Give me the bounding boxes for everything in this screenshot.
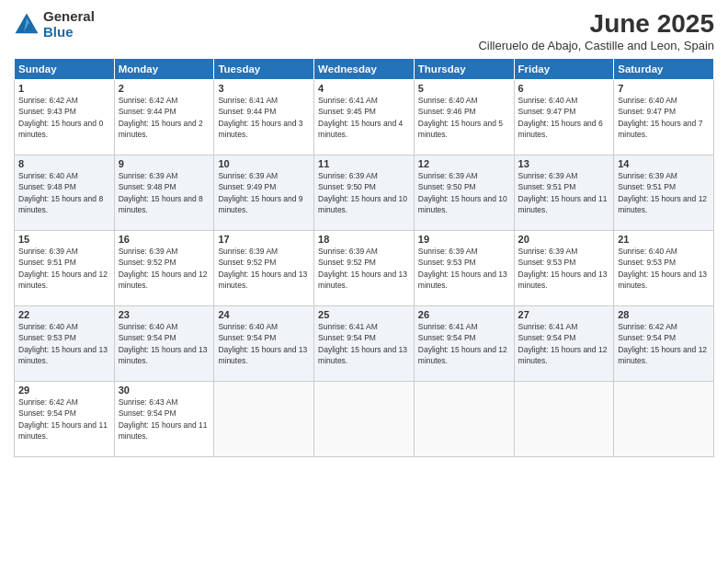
logo-general-text: General — [43, 9, 95, 25]
table-row: 8 Sunrise: 6:40 AM Sunset: 9:48 PM Dayli… — [15, 155, 115, 231]
col-wednesday: Wednesday — [314, 59, 415, 80]
day-number: 19 — [418, 234, 510, 245]
sunset: Sunset: 9:54 PM — [618, 333, 676, 342]
sunset: Sunset: 9:44 PM — [218, 107, 276, 116]
logo-blue-text: Blue — [43, 25, 95, 40]
sunset: Sunset: 9:54 PM — [218, 333, 276, 342]
daylight: Daylight: 15 hours and 7 minutes. — [618, 119, 702, 139]
sunset: Sunset: 9:54 PM — [119, 333, 176, 342]
day-info: Sunrise: 6:40 AM Sunset: 9:47 PM Dayligh… — [618, 95, 710, 140]
day-number: 29 — [18, 385, 110, 396]
sunrise: Sunrise: 6:42 AM — [18, 96, 78, 105]
table-row: 24 Sunrise: 6:40 AM Sunset: 9:54 PM Dayl… — [214, 306, 314, 382]
table-row: 9 Sunrise: 6:39 AM Sunset: 9:48 PM Dayli… — [114, 155, 214, 231]
title-area: June 2025 Cilleruelo de Abajo, Castille … — [478, 9, 714, 52]
day-number: 14 — [618, 158, 710, 169]
daylight: Daylight: 15 hours and 2 minutes. — [119, 119, 203, 139]
sunrise: Sunrise: 6:39 AM — [119, 247, 178, 256]
sunrise: Sunrise: 6:39 AM — [318, 247, 378, 256]
day-number: 11 — [318, 158, 410, 169]
day-info: Sunrise: 6:40 AM Sunset: 9:47 PM Dayligh… — [518, 95, 610, 140]
table-row: 7 Sunrise: 6:40 AM Sunset: 9:47 PM Dayli… — [614, 80, 714, 155]
day-number: 25 — [318, 309, 410, 320]
sunrise: Sunrise: 6:40 AM — [518, 96, 578, 105]
daylight: Daylight: 15 hours and 10 minutes. — [418, 194, 507, 214]
sunset: Sunset: 9:52 PM — [119, 258, 176, 267]
daylight: Daylight: 15 hours and 13 minutes. — [318, 345, 407, 365]
day-info: Sunrise: 6:39 AM Sunset: 9:52 PM Dayligh… — [119, 246, 210, 291]
day-number: 12 — [418, 158, 510, 169]
day-info: Sunrise: 6:43 AM Sunset: 9:54 PM Dayligh… — [119, 396, 210, 442]
sunrise: Sunrise: 6:40 AM — [418, 96, 478, 105]
daylight: Daylight: 15 hours and 8 minutes. — [18, 194, 103, 214]
header: General Blue June 2025 Cilleruelo de Aba… — [14, 9, 714, 52]
day-info: Sunrise: 6:42 AM Sunset: 9:54 PM Dayligh… — [618, 321, 710, 366]
sunset: Sunset: 9:48 PM — [119, 182, 176, 191]
day-number: 9 — [119, 158, 210, 169]
sunset: Sunset: 9:47 PM — [618, 107, 676, 116]
day-info: Sunrise: 6:42 AM Sunset: 9:44 PM Dayligh… — [119, 95, 210, 140]
col-friday: Friday — [514, 59, 614, 80]
day-info: Sunrise: 6:39 AM Sunset: 9:51 PM Dayligh… — [618, 170, 710, 215]
sunrise: Sunrise: 6:42 AM — [119, 96, 178, 105]
day-info: Sunrise: 6:40 AM Sunset: 9:46 PM Dayligh… — [418, 95, 510, 140]
table-row: 21 Sunrise: 6:40 AM Sunset: 9:53 PM Dayl… — [614, 231, 714, 306]
day-number: 21 — [618, 234, 710, 245]
location-title: Cilleruelo de Abajo, Castille and Leon, … — [478, 39, 714, 52]
day-number: 4 — [318, 83, 410, 94]
sunset: Sunset: 9:54 PM — [418, 333, 476, 342]
day-info: Sunrise: 6:42 AM Sunset: 9:54 PM Dayligh… — [18, 396, 110, 442]
day-info: Sunrise: 6:40 AM Sunset: 9:48 PM Dayligh… — [18, 170, 110, 215]
day-number: 8 — [18, 158, 110, 169]
day-number: 16 — [119, 234, 210, 245]
week-row: 15 Sunrise: 6:39 AM Sunset: 9:51 PM Dayl… — [15, 231, 714, 306]
daylight: Daylight: 15 hours and 13 minutes. — [218, 345, 307, 365]
day-number: 28 — [618, 309, 710, 320]
sunset: Sunset: 9:51 PM — [18, 258, 76, 267]
daylight: Daylight: 15 hours and 10 minutes. — [318, 194, 407, 214]
day-number: 22 — [18, 309, 110, 320]
sunrise: Sunrise: 6:43 AM — [119, 397, 178, 407]
daylight: Daylight: 15 hours and 9 minutes. — [218, 194, 302, 214]
day-number: 1 — [18, 83, 110, 94]
daylight: Daylight: 15 hours and 6 minutes. — [518, 119, 603, 139]
table-row: 20 Sunrise: 6:39 AM Sunset: 9:53 PM Dayl… — [514, 231, 614, 306]
table-row: 4 Sunrise: 6:41 AM Sunset: 9:45 PM Dayli… — [314, 80, 415, 155]
table-row: 10 Sunrise: 6:39 AM Sunset: 9:49 PM Dayl… — [214, 155, 314, 231]
sunrise: Sunrise: 6:39 AM — [18, 247, 78, 256]
sunset: Sunset: 9:50 PM — [318, 182, 376, 191]
daylight: Daylight: 15 hours and 11 minutes. — [18, 420, 108, 441]
sunset: Sunset: 9:47 PM — [518, 107, 576, 116]
daylight: Daylight: 15 hours and 12 minutes. — [418, 345, 507, 365]
sunset: Sunset: 9:54 PM — [518, 333, 576, 342]
daylight: Daylight: 15 hours and 11 minutes. — [518, 194, 608, 214]
month-title: June 2025 — [478, 9, 714, 39]
table-row: 17 Sunrise: 6:39 AM Sunset: 9:52 PM Dayl… — [214, 231, 314, 306]
day-info: Sunrise: 6:41 AM Sunset: 9:45 PM Dayligh… — [318, 95, 410, 140]
table-row: 3 Sunrise: 6:41 AM Sunset: 9:44 PM Dayli… — [214, 80, 314, 155]
page: General Blue June 2025 Cilleruelo de Aba… — [0, 0, 728, 563]
day-info: Sunrise: 6:41 AM Sunset: 9:54 PM Dayligh… — [518, 321, 610, 366]
sunrise: Sunrise: 6:41 AM — [318, 322, 378, 331]
col-tuesday: Tuesday — [214, 59, 314, 80]
sunset: Sunset: 9:54 PM — [318, 333, 376, 342]
day-number: 13 — [518, 158, 610, 169]
daylight: Daylight: 15 hours and 12 minutes. — [618, 194, 707, 214]
table-row: 13 Sunrise: 6:39 AM Sunset: 9:51 PM Dayl… — [514, 155, 614, 231]
day-number: 18 — [318, 234, 410, 245]
week-row: 1 Sunrise: 6:42 AM Sunset: 9:43 PM Dayli… — [15, 80, 714, 155]
table-row — [514, 382, 614, 457]
logo: General Blue — [14, 9, 95, 40]
sunrise: Sunrise: 6:39 AM — [418, 247, 478, 256]
daylight: Daylight: 15 hours and 12 minutes. — [119, 270, 208, 290]
day-info: Sunrise: 6:39 AM Sunset: 9:49 PM Dayligh… — [218, 170, 310, 215]
daylight: Daylight: 15 hours and 13 minutes. — [318, 270, 407, 290]
sunrise: Sunrise: 6:41 AM — [518, 322, 578, 331]
table-row: 23 Sunrise: 6:40 AM Sunset: 9:54 PM Dayl… — [114, 306, 214, 382]
week-row: 8 Sunrise: 6:40 AM Sunset: 9:48 PM Dayli… — [15, 155, 714, 231]
daylight: Daylight: 15 hours and 11 minutes. — [119, 420, 208, 441]
table-row: 14 Sunrise: 6:39 AM Sunset: 9:51 PM Dayl… — [614, 155, 714, 231]
daylight: Daylight: 15 hours and 13 minutes. — [18, 345, 108, 365]
sunset: Sunset: 9:53 PM — [418, 258, 476, 267]
sunrise: Sunrise: 6:41 AM — [318, 96, 378, 105]
